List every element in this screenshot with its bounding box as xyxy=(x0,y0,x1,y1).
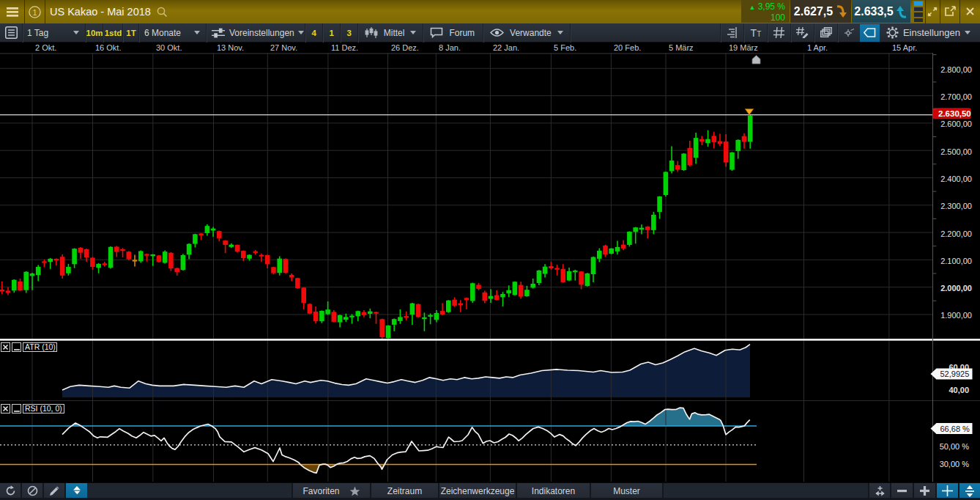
svg-text:40,00: 40,00 xyxy=(949,386,969,394)
svg-text:8 Jan.: 8 Jan. xyxy=(439,43,461,52)
svg-text:30 Okt.: 30 Okt. xyxy=(156,43,182,52)
svg-text:50,00 %: 50,00 % xyxy=(940,442,970,451)
svg-text:2.400,00: 2.400,00 xyxy=(940,174,972,183)
svg-text:66,68 %: 66,68 % xyxy=(940,424,970,433)
svg-text:30,00 %: 30,00 % xyxy=(940,460,970,468)
svg-text:5 März: 5 März xyxy=(669,43,694,52)
svg-text:19 März: 19 März xyxy=(729,43,758,52)
svg-text:2.000,00: 2.000,00 xyxy=(940,284,972,293)
svg-text:26 Dez.: 26 Dez. xyxy=(391,43,419,52)
svg-text:15 Apr.: 15 Apr. xyxy=(892,43,917,52)
svg-text:5 Feb.: 5 Feb. xyxy=(554,43,576,52)
svg-text:2.630,50: 2.630,50 xyxy=(938,109,971,118)
svg-text:1.900,00: 1.900,00 xyxy=(940,311,972,320)
svg-text:2.300,00: 2.300,00 xyxy=(940,202,972,210)
svg-text:27 Nov.: 27 Nov. xyxy=(270,43,297,52)
svg-text:1: 1 xyxy=(32,7,37,16)
svg-text:20 Feb.: 20 Feb. xyxy=(614,43,641,52)
svg-text:13 Nov.: 13 Nov. xyxy=(217,43,244,52)
svg-text:22 Jan.: 22 Jan. xyxy=(493,43,519,52)
svg-text:2.500,00: 2.500,00 xyxy=(940,147,972,156)
svg-text:11 Dez.: 11 Dez. xyxy=(331,43,358,52)
svg-text:2.100,00: 2.100,00 xyxy=(940,257,972,265)
svg-text:1 Apr.: 1 Apr. xyxy=(807,43,828,52)
svg-text:52,9925: 52,9925 xyxy=(940,370,970,378)
svg-text:16 Okt.: 16 Okt. xyxy=(95,43,121,52)
svg-text:2.600,00: 2.600,00 xyxy=(940,120,972,128)
svg-text:2.800,00: 2.800,00 xyxy=(940,65,972,74)
svg-text:2.200,00: 2.200,00 xyxy=(940,229,972,238)
svg-text:2 Okt.: 2 Okt. xyxy=(35,43,56,52)
svg-text:RSI (10, 0): RSI (10, 0) xyxy=(25,404,62,413)
svg-text:ATR (10): ATR (10) xyxy=(25,342,56,351)
svg-text:2.700,00: 2.700,00 xyxy=(940,92,972,101)
